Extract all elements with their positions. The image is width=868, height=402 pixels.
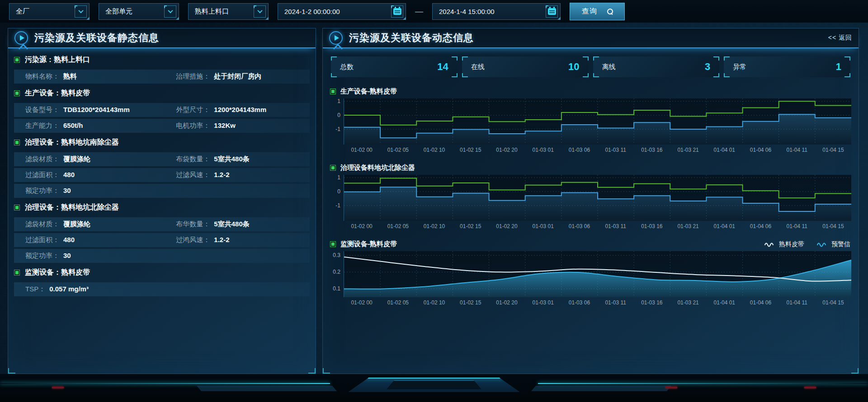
info-section-header: 污染源：熟料上料口	[14, 52, 310, 68]
dynamic-info-panel: 污染源及关联设备动态信息 << 返回 总数 14 在线 10 离线 3 异常 1…	[322, 28, 859, 374]
chevron-down-icon	[168, 8, 173, 13]
x-tick-label: 01-03 06	[561, 147, 597, 153]
info-cell: TSP： 0.057 mg/m³	[25, 285, 176, 294]
legend-item[interactable]: 预警信	[817, 240, 850, 248]
info-cell: 过滤面积： 480	[25, 236, 176, 244]
info-row: 额定功率： 30	[14, 184, 310, 198]
x-tick-label: 01-04 15	[815, 147, 851, 153]
x-tick-label: 01-03 16	[634, 299, 670, 306]
info-cell-value: 1200*204143mm	[214, 106, 266, 113]
legend-item[interactable]: 熟料皮带	[764, 240, 804, 248]
info-cell-label: 物料名称：	[25, 72, 59, 81]
date-from-input[interactable]: 2024-1-2 00:00:00	[278, 3, 406, 20]
x-tick-label: 01-04 11	[779, 223, 815, 229]
date-to-calendar-button[interactable]	[546, 5, 558, 18]
x-tick-label: 01-04 15	[815, 299, 851, 306]
wave-icon	[817, 242, 828, 247]
select-dropdown-button[interactable]	[75, 5, 87, 18]
info-cell-label: 外型尺寸：	[176, 106, 210, 114]
stat-value: 10	[568, 61, 579, 73]
x-tick-label: 01-04 01	[706, 299, 742, 306]
y-tick-label: 0.1	[333, 285, 340, 292]
info-cell: 滤袋材质： 覆膜涤纶	[25, 155, 176, 164]
x-tick-label: 01-03 06	[561, 223, 597, 229]
info-cell-value: TDB1200*204143mm	[63, 106, 130, 113]
filter-select[interactable]: 全厂	[9, 3, 90, 20]
info-cell-label: 额定功率：	[25, 187, 59, 195]
info-cell-value: 覆膜涤纶	[63, 155, 90, 164]
stat-value: 3	[705, 61, 710, 73]
info-cell: 设备型号： TDB1200*204143mm	[25, 106, 176, 114]
info-row: 设备型号： TDB1200*204143mm 外型尺寸： 1200*204143…	[14, 103, 310, 117]
x-tick-label: 01-03 06	[561, 299, 597, 306]
date-from-calendar-button[interactable]	[391, 5, 403, 18]
query-button[interactable]: 查询	[570, 3, 625, 20]
x-tick-label: 01-04 06	[742, 299, 778, 306]
info-cell-value: 650t/h	[63, 122, 83, 129]
x-tick-label: 01-04 11	[779, 299, 815, 306]
chart-y-axis: 0.30.20.1	[330, 251, 344, 297]
topbar: 全厂 全部单元 熟料上料口 2024-1-2 00:00:00 — 2024-1…	[0, 0, 868, 23]
legend-label: 熟料皮带	[779, 240, 804, 248]
x-tick-label: 01-04 01	[706, 223, 742, 229]
info-cell-label: 治理措施：	[176, 72, 210, 81]
x-tick-label: 01-03 16	[634, 223, 670, 229]
info-row: 过滤面积： 480 过鸿风速： 1.2-2	[14, 233, 310, 247]
chart-y-axis: 10-1	[330, 98, 344, 145]
date-from-value: 2024-1-2 00:00:00	[284, 8, 340, 15]
back-button[interactable]: << 返回	[828, 34, 852, 42]
chart-plot[interactable]	[344, 98, 851, 145]
chart-block: 治理设备料地坑北除尘器 10-1 01-02 0001-02 0501-02 1…	[330, 161, 851, 232]
info-cell-label: 额定功率：	[25, 252, 59, 260]
x-tick-label: 01-03 16	[634, 147, 670, 153]
chart-title-row: 监测设备-熟料皮带 熟料皮带 预警信	[330, 237, 851, 251]
chart-plot[interactable]	[344, 175, 851, 221]
x-tick-label: 01-02 05	[380, 299, 416, 306]
info-cell-value: 132Kw	[214, 122, 236, 129]
dynamic-info-title: 污染源及关联设备动态信息	[349, 31, 474, 45]
calendar-icon	[393, 8, 401, 15]
info-section-header: 生产设备：熟料皮带	[14, 85, 310, 101]
select-dropdown-button[interactable]	[254, 5, 266, 18]
select-dropdown-button[interactable]	[164, 5, 176, 18]
stats-row: 总数 14 在线 10 离线 3 异常 1	[331, 56, 850, 77]
info-cell: 额定功率： 30	[25, 252, 176, 260]
x-tick-label: 01-03 21	[670, 299, 706, 306]
green-square-bullet-icon	[330, 241, 336, 247]
static-info-header: 污染源及关联设备静态信息	[8, 28, 316, 48]
info-cell-value: 0.057 mg/m³	[49, 285, 89, 293]
main-content: 污染源及关联设备静态信息 污染源：熟料上料口 物料名称： 熟料 治理措施： 处于…	[8, 28, 859, 374]
info-cell-value: 5室共480条	[214, 155, 249, 164]
filter-select-value: 全厂	[16, 7, 29, 16]
stat-label: 异常	[733, 63, 746, 71]
y-tick-label: 0	[337, 112, 340, 118]
green-square-bullet-icon	[330, 89, 336, 94]
y-tick-label: -1	[335, 126, 340, 132]
chart-legend: 熟料皮带 预警信	[764, 240, 851, 248]
filter-select[interactable]: 熟料上料口	[188, 3, 269, 20]
stat-card: 异常 1	[724, 56, 850, 77]
x-tick-label: 01-02 15	[453, 223, 489, 229]
footer-decoration	[0, 374, 868, 402]
date-to-input[interactable]: 2024-1-4 15:00:00	[432, 3, 561, 20]
info-row: 额定功率： 30	[14, 249, 310, 263]
info-cell: 滤袋材质： 覆膜涤纶	[25, 220, 176, 229]
chart-title: 治理设备料地坑北除尘器	[340, 164, 415, 172]
dynamic-info-header: 污染源及关联设备动态信息 << 返回	[323, 28, 859, 48]
static-info-title: 污染源及关联设备静态信息	[34, 31, 159, 45]
x-tick-label: 01-03 11	[598, 299, 634, 306]
filter-select[interactable]: 全部单元	[99, 3, 179, 20]
x-tick-label: 01-02 15	[453, 299, 489, 306]
x-tick-label: 01-02 10	[416, 299, 452, 306]
x-tick-label: 01-02 05	[380, 223, 416, 229]
chart-title-row: 治理设备料地坑北除尘器	[330, 161, 851, 175]
y-tick-label: 0.3	[333, 252, 340, 258]
x-tick-label: 01-04 06	[742, 147, 778, 153]
green-square-bullet-icon	[14, 205, 20, 210]
x-tick-label: 01-02 00	[344, 147, 380, 153]
filter-select-value: 熟料上料口	[195, 7, 229, 16]
chart-plot[interactable]	[344, 251, 851, 297]
x-tick-label: 01-02 20	[489, 299, 525, 306]
info-row: 生产能力： 650t/h 电机功率： 132Kw	[14, 119, 310, 133]
info-cell-label: 过滤风速：	[176, 171, 210, 179]
